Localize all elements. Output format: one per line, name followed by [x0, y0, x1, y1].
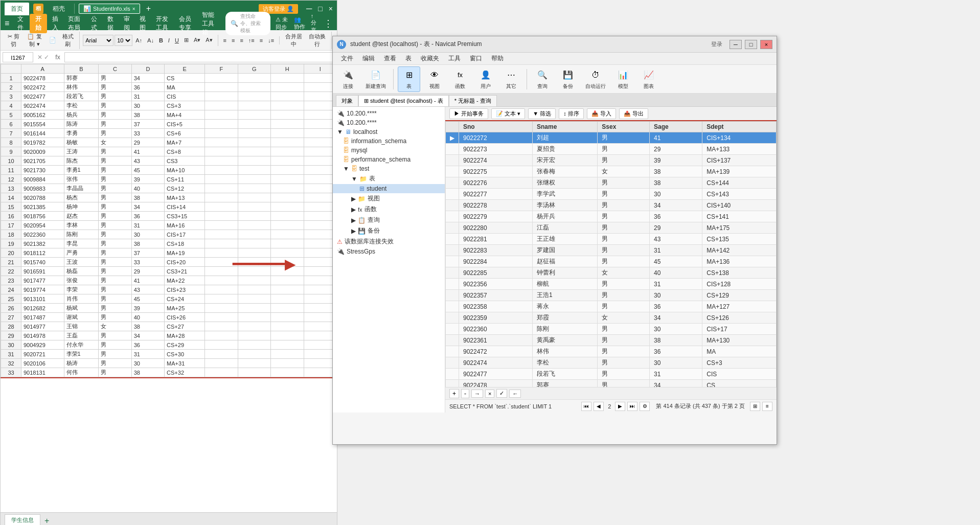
cell-sdept[interactable]: MA+175	[702, 222, 777, 234]
cell-g[interactable]	[238, 156, 270, 166]
cell-c[interactable]: 男	[99, 184, 131, 193]
cell-c[interactable]: 男	[99, 331, 131, 340]
cell-sage[interactable]: 30	[650, 357, 702, 369]
cell-i[interactable]	[304, 92, 337, 101]
cell-i[interactable]	[304, 221, 337, 230]
tree-views-folder[interactable]: ▶ 📁 视图	[333, 193, 445, 204]
cell-c[interactable]: 男	[99, 175, 131, 184]
cell-i[interactable]	[304, 184, 337, 193]
cell-g[interactable]	[238, 350, 270, 359]
cell-e[interactable]: CIS+20	[165, 258, 205, 267]
cell-g[interactable]	[238, 239, 270, 248]
cell-e[interactable]: CS+11	[165, 175, 205, 184]
cell-h[interactable]	[271, 147, 304, 156]
cell-c[interactable]: 男	[99, 258, 131, 267]
tool-other[interactable]: ⋯ 其它	[500, 67, 522, 92]
tool-connect[interactable]: 🔌 连接	[337, 67, 359, 92]
cell-b[interactable]: 赵杰	[64, 212, 99, 221]
cell-ssex[interactable]: 女	[598, 166, 650, 177]
font-dec-btn[interactable]: A↓	[145, 36, 156, 44]
list-view-btn[interactable]: ≡	[762, 402, 772, 411]
cell-sage[interactable]: 36	[650, 301, 702, 312]
cell-d[interactable]: 41	[131, 276, 164, 285]
cell-g[interactable]	[238, 359, 270, 368]
cell-b[interactable]: 郭赛	[64, 74, 99, 83]
cell-i[interactable]	[304, 350, 337, 359]
new-tab-btn[interactable]: +	[146, 4, 151, 13]
excel-row[interactable]: 12 9009884 张伟 男 39 CS+11	[1, 175, 337, 184]
cell-e[interactable]: CIS+14	[165, 202, 205, 212]
cell-sage[interactable]: 30	[650, 324, 702, 335]
cell-e[interactable]: CIS+5	[165, 120, 205, 129]
grid-view-btn[interactable]: ⊞	[750, 402, 760, 411]
table-row[interactable]: 9022281 王正雄 男 43 CS+135	[446, 234, 777, 245]
cell-h[interactable]	[271, 340, 304, 350]
align-top-btn[interactable]: ↑≡	[246, 36, 257, 44]
cell-f[interactable]	[205, 147, 238, 156]
cell-sname[interactable]: 蒋永	[532, 301, 597, 312]
cell-d[interactable]: 37	[131, 248, 164, 258]
cell-c[interactable]: 男	[99, 359, 131, 368]
cell-sno[interactable]: 9022284	[459, 256, 533, 267]
cell-ssex[interactable]: 男	[598, 200, 650, 211]
cell-i[interactable]	[304, 258, 337, 267]
cell-a[interactable]: 9015554	[21, 120, 64, 129]
tree-server-2[interactable]: 🔌 10.200.****	[333, 118, 445, 127]
cell-f[interactable]	[205, 202, 238, 212]
cell-f[interactable]	[205, 138, 238, 147]
col-ssex[interactable]: Ssex	[598, 122, 650, 132]
cell-reference[interactable]: I1267	[3, 52, 33, 62]
cell-ssex[interactable]: 男	[598, 380, 650, 387]
cell-sno[interactable]: 9022356	[459, 279, 533, 290]
cell-f[interactable]	[205, 294, 238, 304]
cell-e[interactable]: MA+7	[165, 138, 205, 147]
underline-btn[interactable]: U	[173, 36, 181, 44]
cell-i[interactable]	[304, 340, 337, 350]
cell-c[interactable]: 男	[99, 156, 131, 166]
cell-sname[interactable]: 王浩1	[532, 290, 597, 301]
cell-e[interactable]: MA+28	[165, 331, 205, 340]
cell-d[interactable]: 38	[131, 193, 164, 202]
sheet-tab-students[interactable]: 学生信息	[5, 514, 40, 525]
cell-i[interactable]	[304, 74, 337, 83]
cell-f[interactable]	[205, 221, 238, 230]
search-bar[interactable]: 🔍 查找命令、搜索模板	[225, 12, 270, 35]
start-tx-btn[interactable]: ▶ 开始事务	[449, 108, 488, 119]
cell-b[interactable]: 王锦	[64, 322, 99, 331]
cell-f[interactable]	[205, 110, 238, 120]
cell-b[interactable]: 李荣1	[64, 350, 99, 359]
cell-b[interactable]: 王磊	[64, 331, 99, 340]
menu-formula[interactable]: 公式	[87, 14, 102, 33]
cell-a[interactable]: 9019782	[21, 138, 64, 147]
cell-sno[interactable]: 9022278	[459, 200, 533, 211]
cell-sdept[interactable]: CIS+134	[702, 132, 777, 144]
nav-menu-view[interactable]: 查看	[380, 53, 400, 64]
cell-b[interactable]: 李勇1	[64, 166, 99, 175]
col-header-g[interactable]: G	[238, 64, 270, 74]
minimize-btn[interactable]: ─	[306, 4, 312, 13]
cut-btn[interactable]: ✂ 剪切	[5, 32, 22, 49]
tool-query[interactable]: 🔍 查询	[531, 67, 554, 92]
cell-h[interactable]	[271, 322, 304, 331]
text-btn[interactable]: 📝 文本 ▾	[491, 108, 525, 119]
cell-a[interactable]: 9022360	[21, 230, 64, 239]
nav-menu-window[interactable]: 窗口	[466, 53, 486, 64]
cell-d[interactable]: 40	[131, 184, 164, 193]
tool-auto-run[interactable]: ⏱ 自动运行	[582, 67, 609, 92]
copy-btn[interactable]: 📋 复制 ▾	[23, 32, 46, 49]
cell-sdept[interactable]: CS+144	[702, 177, 777, 189]
cell-h[interactable]	[271, 294, 304, 304]
cell-h[interactable]	[271, 331, 304, 340]
cell-b[interactable]: 李松	[64, 101, 99, 110]
excel-row[interactable]: 4 9022474 李松 男 30 CS+3	[1, 101, 337, 110]
cell-e[interactable]: CS+29	[165, 340, 205, 350]
table-row[interactable]: 9022361 黄禹豪 男 38 MA+130	[446, 335, 777, 346]
cell-d[interactable]: 33	[131, 129, 164, 138]
tab-home[interactable]: 首页	[5, 3, 29, 15]
nav-menu-favorites[interactable]: 收藏夹	[417, 53, 443, 64]
merge-btn[interactable]: 合并居中	[283, 32, 305, 49]
cell-sdept[interactable]: CS+141	[702, 211, 777, 222]
cell-a[interactable]: 9022472	[21, 83, 64, 92]
close-btn[interactable]: ×	[329, 5, 333, 13]
cell-f[interactable]	[205, 175, 238, 184]
